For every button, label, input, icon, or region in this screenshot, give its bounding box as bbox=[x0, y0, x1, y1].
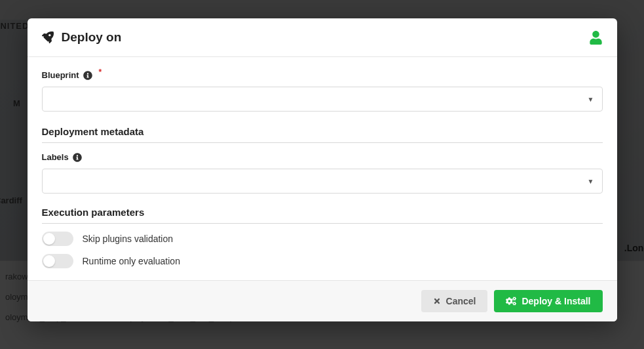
runtime-only-toggle-row: Runtime only evaluation bbox=[42, 254, 603, 268]
chevron-down-icon: ▼ bbox=[588, 96, 594, 103]
required-indicator: * bbox=[99, 68, 102, 77]
labels-dropdown[interactable]: ▼ bbox=[42, 169, 603, 194]
modal-overlay: Deploy on Blueprint * ▼ Deployment metad… bbox=[0, 0, 644, 349]
blueprint-label: Blueprint * bbox=[42, 70, 603, 80]
rocket-icon bbox=[42, 31, 54, 43]
skip-plugins-toggle[interactable] bbox=[42, 232, 73, 246]
cancel-label: Cancel bbox=[446, 296, 476, 306]
cogs-icon bbox=[506, 296, 516, 306]
labels-label-text: Labels bbox=[42, 152, 69, 162]
modal-title: Deploy on bbox=[62, 30, 122, 45]
close-icon bbox=[433, 297, 441, 305]
skip-plugins-label: Skip plugins validation bbox=[83, 234, 174, 244]
runtime-only-label: Runtime only evaluation bbox=[83, 256, 180, 266]
toggle-knob bbox=[43, 233, 55, 245]
exec-heading: Execution parameters bbox=[42, 207, 603, 224]
deploy-modal: Deploy on Blueprint * ▼ Deployment metad… bbox=[28, 18, 617, 321]
help-icon[interactable] bbox=[83, 71, 92, 80]
chevron-down-icon: ▼ bbox=[588, 178, 594, 185]
metadata-heading: Deployment metadata bbox=[42, 126, 603, 143]
skip-plugins-toggle-row: Skip plugins validation bbox=[42, 232, 603, 246]
modal-body: Blueprint * ▼ Deployment metadata Labels bbox=[28, 57, 617, 280]
labels-label: Labels bbox=[42, 152, 603, 162]
deploy-install-button[interactable]: Deploy & Install bbox=[494, 290, 602, 312]
toggle-knob bbox=[43, 255, 55, 267]
modal-header: Deploy on bbox=[28, 18, 617, 57]
modal-footer: Cancel Deploy & Install bbox=[28, 280, 617, 321]
help-icon[interactable] bbox=[73, 153, 82, 162]
user-icon[interactable] bbox=[589, 31, 603, 45]
modal-title-wrap: Deploy on bbox=[42, 30, 122, 45]
blueprint-dropdown[interactable]: ▼ bbox=[42, 87, 603, 112]
deploy-label: Deploy & Install bbox=[521, 296, 590, 306]
cancel-button[interactable]: Cancel bbox=[421, 290, 488, 312]
runtime-only-toggle[interactable] bbox=[42, 254, 73, 268]
blueprint-label-text: Blueprint bbox=[42, 70, 79, 80]
